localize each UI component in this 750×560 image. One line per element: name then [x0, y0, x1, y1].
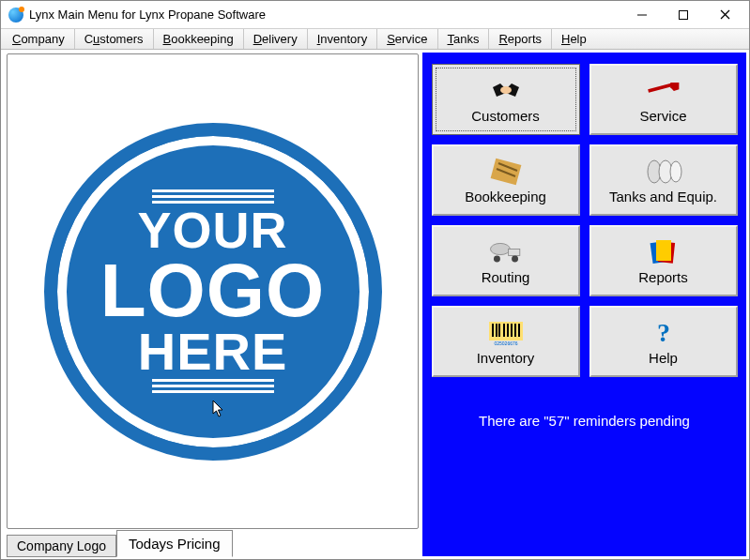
menu-customers[interactable]: Customers: [75, 29, 154, 49]
help-button[interactable]: ? Help: [589, 306, 738, 377]
customers-label: Customers: [471, 108, 540, 124]
right-panel: Customers Service: [422, 53, 746, 556]
menu-inventory[interactable]: Inventory: [308, 29, 378, 49]
inventory-button[interactable]: 025026676 Inventory: [432, 306, 580, 377]
logo-text-1: YOUR: [137, 206, 287, 254]
tab-company-logo[interactable]: Company Logo: [7, 535, 116, 557]
menu-bookkeeping[interactable]: Bookkeeping: [154, 29, 244, 49]
inventory-label: Inventory: [477, 350, 535, 366]
logo-frame: YOUR LOGO HERE: [7, 53, 419, 529]
reminder-text: There are "57" reminders pending: [479, 413, 690, 429]
tanks-equip-button[interactable]: Tanks and Equip.: [589, 144, 738, 216]
tab-todays-pricing[interactable]: Todays Pricing: [116, 530, 233, 557]
menubar: Company Customers Bookkeeping Delivery I…: [1, 29, 749, 50]
svg-point-14: [493, 255, 499, 262]
svg-point-12: [490, 243, 510, 254]
ledger-icon: [487, 157, 525, 187]
svg-rect-1: [680, 10, 688, 19]
menu-tanks[interactable]: Tanks: [438, 29, 490, 49]
truck-icon: [487, 237, 525, 267]
svg-point-15: [512, 255, 518, 262]
logo-text-2: LOGO: [100, 255, 326, 326]
svg-rect-19: [489, 322, 523, 341]
barcode-icon: 025026676: [487, 318, 525, 348]
reports-label: Reports: [638, 269, 688, 285]
svg-text:?: ?: [657, 319, 670, 347]
svg-point-4: [500, 86, 512, 94]
left-panel: YOUR LOGO HERE Company Logo Todays Prici…: [1, 50, 421, 559]
reports-icon: [645, 237, 682, 267]
logo-text-3: HERE: [138, 326, 288, 376]
titlebar: Lynx Main Menu for Lynx Propane Software: [1, 1, 749, 29]
routing-label: Routing: [482, 269, 530, 285]
svg-rect-13: [508, 249, 519, 255]
bookkeeping-button[interactable]: Bookkeeping: [432, 144, 580, 216]
help-label: Help: [649, 350, 678, 366]
handshake-icon: [487, 76, 525, 106]
menu-help[interactable]: Help: [552, 29, 596, 49]
bookkeeping-label: Bookkeeping: [465, 189, 546, 204]
svg-rect-18: [656, 240, 671, 261]
service-button[interactable]: Service: [589, 64, 738, 135]
wrench-icon: [645, 76, 682, 106]
menu-reports[interactable]: Reports: [489, 29, 552, 49]
reports-button[interactable]: Reports: [589, 225, 738, 296]
tanks-equip-label: Tanks and Equip.: [609, 189, 717, 204]
service-label: Service: [639, 108, 686, 124]
window-title: Lynx Main Menu for Lynx Propane Software: [29, 8, 621, 22]
menu-delivery[interactable]: Delivery: [244, 29, 308, 49]
cursor-icon: [212, 400, 225, 418]
menu-company[interactable]: Company: [3, 29, 75, 49]
customers-button[interactable]: Customers: [432, 64, 580, 135]
tabs: Company Logo Todays Pricing: [7, 531, 419, 557]
svg-text:025026676: 025026676: [494, 341, 517, 346]
svg-rect-5: [648, 83, 672, 92]
maximize-button[interactable]: [663, 2, 704, 28]
close-button[interactable]: [704, 2, 745, 28]
routing-button[interactable]: Routing: [432, 225, 580, 296]
app-icon: [8, 8, 23, 23]
svg-point-11: [670, 161, 681, 182]
help-icon: ?: [645, 318, 682, 348]
minimize-button[interactable]: [621, 2, 663, 28]
menu-service[interactable]: Service: [377, 29, 437, 49]
tanks-icon: [645, 157, 682, 187]
